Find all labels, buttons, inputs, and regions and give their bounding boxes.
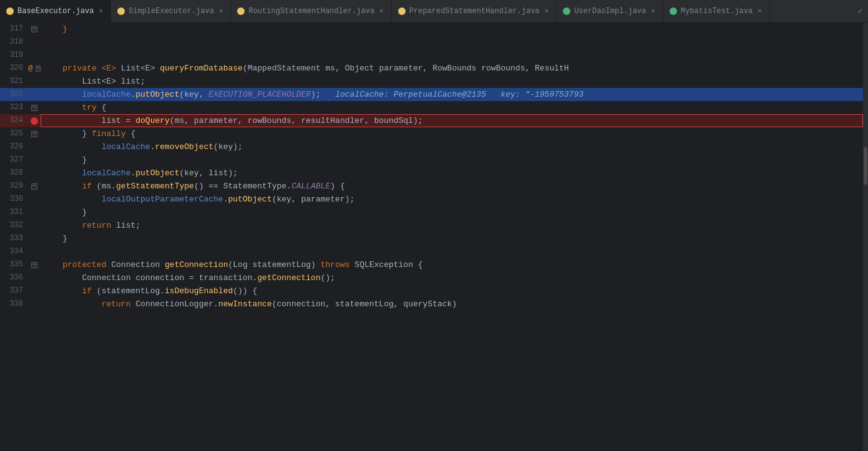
tab-bar: BaseExecutor.java × SimpleExecutor.java … [0, 0, 868, 22]
fold-icon-335[interactable]: − [31, 262, 37, 268]
line-content-320: private <E> List<E> queryFromDatabase(Ma… [41, 62, 863, 75]
tab-label: MybatisTest.java [681, 7, 753, 16]
line-content-332: return list; [41, 219, 863, 232]
gutter-321 [28, 75, 41, 88]
breakpoint-dot[interactable] [31, 117, 38, 125]
line-331: 331 } [0, 206, 863, 219]
line-content-321: List<E> list; [41, 75, 863, 88]
line-334: 334 [0, 245, 863, 258]
line-content-328: localCache.putObject(key, list); [41, 167, 863, 180]
line-326: 326 localCache.removeObject(key); [0, 140, 863, 153]
line-318: 318 [0, 36, 863, 49]
tab-close-button[interactable]: × [544, 7, 550, 16]
line-337: 337 if (statementLog.isDebugEnabled()) { [0, 284, 863, 298]
line-content-318 [41, 36, 863, 49]
line-content-325: } finally { [41, 127, 863, 140]
line-number-326: 326 [0, 140, 28, 153]
gutter-336 [28, 271, 41, 284]
line-number-336: 336 [0, 271, 28, 284]
tab-close-button[interactable]: × [218, 7, 225, 16]
editor-area: 317− }318319320@− private <E> List<E> qu… [0, 22, 868, 451]
line-number-331: 331 [0, 206, 28, 219]
gutter-317: − [28, 22, 41, 36]
tab-label: UserDaoImpl.java [574, 7, 646, 16]
tab-close-button[interactable]: × [650, 7, 656, 16]
line-336: 336 Connection connection = transaction.… [0, 271, 863, 284]
line-number-330: 330 [0, 193, 28, 206]
line-321: 321 List<E> list; [0, 75, 863, 88]
line-number-320: 320 [0, 62, 28, 75]
line-324: 324 list = doQuery(ms, parameter, rowBou… [0, 114, 863, 127]
line-number-322: 322 [0, 88, 28, 101]
line-content-326: localCache.removeObject(key); [41, 140, 863, 153]
line-number-325: 325 [0, 127, 28, 140]
line-content-338: return ConnectionLogger.newInstance(conn… [41, 298, 863, 311]
line-content-322: localCache.putObject(key, EXECUTION_PLAC… [41, 88, 863, 101]
line-328: 328 localCache.putObject(key, list); [0, 167, 863, 180]
line-325: 325− } finally { [0, 127, 863, 140]
tab-label: SimpleExecutor.java [129, 7, 214, 16]
line-number-324: 324 [0, 114, 28, 127]
line-number-333: 333 [0, 232, 28, 245]
gutter-319 [28, 49, 41, 62]
tab-label: RoutingStatementHandler.java [248, 7, 374, 16]
at-annotation-icon: @ [28, 62, 33, 75]
line-number-332: 332 [0, 219, 28, 232]
line-content-330: localOutputParameterCache.putObject(key,… [41, 193, 863, 206]
gutter-334 [28, 245, 41, 258]
tab-RoutingStatementHandlerjava[interactable]: RoutingStatementHandler.java × [231, 0, 391, 22]
line-number-319: 319 [0, 49, 28, 62]
tab-SimpleExecutorjava[interactable]: SimpleExecutor.java × [111, 0, 231, 22]
tab-BaseExecutorjava[interactable]: BaseExecutor.java × [0, 0, 111, 22]
line-322: 322 localCache.putObject(key, EXECUTION_… [0, 88, 863, 101]
tab-PreparedStatementHandlerjava[interactable]: PreparedStatementHandler.java × [392, 0, 557, 22]
gutter-337 [28, 284, 41, 298]
line-323: 323− try { [0, 101, 863, 114]
scrollbar-thumb[interactable] [864, 147, 867, 185]
line-number-318: 318 [0, 36, 28, 49]
line-number-323: 323 [0, 101, 28, 114]
tab-icon [563, 7, 570, 15]
line-number-334: 334 [0, 245, 28, 258]
gutter-325: − [28, 127, 41, 140]
tab-MybatisTestjava[interactable]: MybatisTest.java × [663, 0, 770, 22]
line-335: 335− protected Connection getConnection(… [0, 258, 863, 271]
fold-icon-320[interactable]: − [36, 65, 41, 72]
tab-close-button[interactable]: × [97, 7, 104, 16]
tab-close-button[interactable]: × [378, 7, 385, 16]
line-number-327: 327 [0, 153, 28, 167]
line-number-338: 338 [0, 298, 28, 311]
fold-icon-329[interactable]: − [31, 183, 37, 190]
tab-close-button[interactable]: × [756, 7, 763, 16]
scrollbar[interactable] [863, 22, 868, 451]
gutter-323: − [28, 101, 41, 114]
line-content-337: if (statementLog.isDebugEnabled()) { [41, 284, 863, 298]
gutter-332 [28, 219, 41, 232]
line-338: 338 return ConnectionLogger.newInstance(… [0, 298, 863, 311]
gutter-327 [28, 153, 41, 167]
fold-icon-325[interactable]: − [31, 131, 37, 137]
line-333: 333 } [0, 232, 863, 245]
line-content-329: if (ms.getStatementType() == StatementTy… [41, 180, 863, 193]
tab-label: BaseExecutor.java [17, 7, 94, 16]
tab-icon [398, 7, 406, 15]
line-number-321: 321 [0, 75, 28, 88]
line-content-319 [41, 49, 863, 62]
tab-UserDaoImpljava[interactable]: UserDaoImpl.java × [557, 0, 663, 22]
line-content-324: list = doQuery(ms, parameter, rowBounds,… [41, 114, 863, 127]
tab-icon [237, 7, 245, 15]
gutter-318 [28, 36, 41, 49]
gutter-326 [28, 140, 41, 153]
line-330: 330 localOutputParameterCache.putObject(… [0, 193, 863, 206]
tab-icon [670, 7, 677, 15]
fold-icon-317[interactable]: − [31, 26, 37, 32]
line-content-334 [41, 245, 863, 258]
gutter-329: − [28, 180, 41, 193]
gutter-328 [28, 167, 41, 180]
gutter-320: @− [28, 62, 41, 75]
fold-icon-323[interactable]: − [31, 105, 37, 111]
gutter-335: − [28, 258, 41, 271]
tab-icon [6, 7, 14, 15]
tab-icon [117, 7, 125, 15]
line-content-333: } [41, 232, 863, 245]
